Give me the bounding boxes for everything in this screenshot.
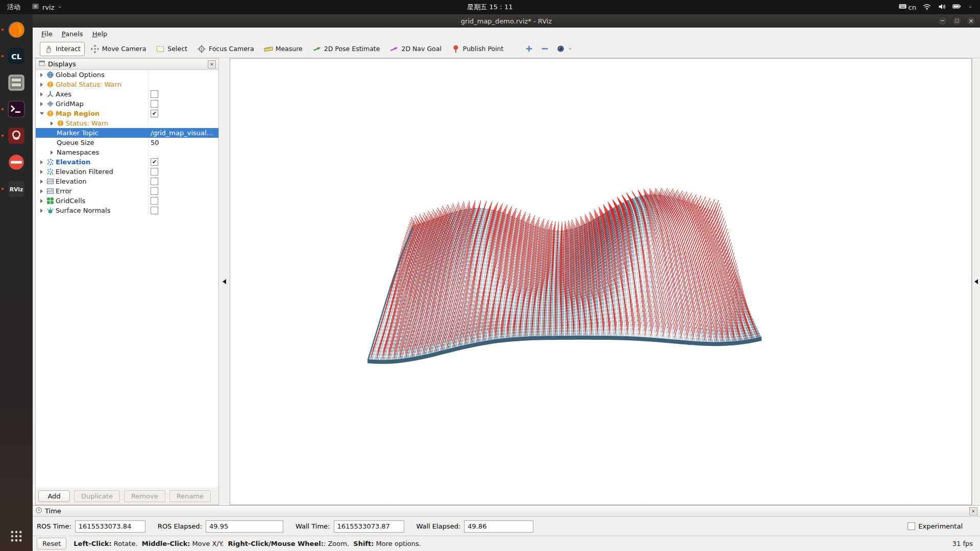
app-menu-button[interactable]: R rviz	[32, 3, 62, 12]
displays-panel-close-button[interactable]	[208, 60, 216, 68]
displays-panel-icon	[38, 60, 45, 68]
system-tray[interactable]: cn	[899, 2, 973, 12]
minimize-button[interactable]	[938, 16, 947, 26]
tool-focus-camera[interactable]: Focus Camera	[193, 42, 258, 56]
display-enabled-checkbox[interactable]	[151, 207, 158, 214]
keyboard-layout-indicator[interactable]: cn	[899, 3, 916, 12]
remove-button[interactable]: Remove	[124, 490, 165, 502]
dock-rviz[interactable]: RViz	[0, 176, 33, 202]
activities-button[interactable]: 活动	[7, 3, 20, 12]
experimental-checkbox[interactable]	[908, 522, 915, 530]
tree-row-map-region[interactable]: Map Region	[36, 109, 218, 118]
time-panel-close-button[interactable]	[969, 507, 977, 515]
menu-file[interactable]: File	[37, 29, 57, 39]
tree-row-global-status-warn[interactable]: Global Status: Warn	[36, 80, 218, 89]
tree-row-error[interactable]: Error	[36, 186, 218, 196]
expander-arrow[interactable]	[38, 196, 45, 206]
svg-text:CL: CL	[11, 52, 21, 61]
time-panel-header[interactable]: Time	[33, 506, 980, 517]
expander-arrow[interactable]	[38, 89, 45, 99]
dock-clion[interactable]: CL	[0, 43, 33, 69]
display-enabled-checkbox[interactable]	[151, 90, 158, 98]
expander-arrow[interactable]	[38, 206, 45, 215]
expander-arrow[interactable]	[38, 109, 45, 118]
display-enabled-checkbox[interactable]	[151, 168, 158, 176]
duplicate-button[interactable]: Duplicate	[74, 490, 120, 502]
wall-time-input[interactable]	[334, 520, 404, 533]
wifi-icon	[923, 3, 931, 12]
tool-select[interactable]: Select	[152, 42, 191, 56]
display-enabled-checkbox[interactable]	[151, 187, 158, 195]
tool-2d-pose-estimate[interactable]: 2D Pose Estimate	[308, 42, 384, 56]
display-label: Queue Size	[57, 139, 94, 146]
launcher-dock: CLRViz	[0, 14, 33, 551]
tree-row-status-warn[interactable]: Status: Warn	[36, 118, 218, 128]
remove-tool-minus-button[interactable]	[538, 42, 552, 55]
right-panel-strip[interactable]	[972, 58, 980, 505]
expander-arrow[interactable]	[38, 167, 45, 177]
tree-row-queue-size[interactable]: Queue Size50	[36, 138, 218, 147]
expander-arrow[interactable]	[38, 80, 45, 89]
displays-panel-header[interactable]: Displays	[36, 59, 218, 70]
rviz-mini-icon: R	[32, 3, 39, 10]
app-grid-button[interactable]	[10, 530, 23, 545]
menu-help[interactable]: Help	[88, 29, 112, 39]
tool-move-camera[interactable]: Move Camera	[86, 42, 151, 56]
expander-arrow[interactable]	[38, 70, 45, 80]
tool-measure[interactable]: Measure	[260, 42, 307, 56]
3d-viewport-canvas[interactable]	[230, 59, 971, 505]
display-enabled-checkbox[interactable]	[151, 197, 158, 205]
keyboard-layout-label: cn	[909, 4, 916, 11]
tool-properties-eye-button[interactable]	[554, 42, 575, 55]
expander-arrow[interactable]	[38, 157, 45, 167]
expander-arrow[interactable]	[38, 177, 45, 186]
tree-row-elevation[interactable]: Elevation	[36, 157, 218, 167]
clock[interactable]: 星期五 15：11	[467, 3, 512, 12]
add-button[interactable]: Add	[38, 490, 70, 502]
panel-splitter[interactable]	[219, 58, 230, 505]
dock-files[interactable]	[0, 69, 33, 96]
display-label: GridCells	[56, 197, 85, 205]
tree-row-namespaces[interactable]: Namespaces	[36, 147, 218, 157]
rename-button[interactable]: Rename	[169, 490, 211, 502]
expander-arrow[interactable]	[48, 147, 55, 157]
display-label: Surface Normals	[56, 207, 110, 214]
dock-firefox[interactable]	[0, 16, 33, 43]
tree-row-elevation[interactable]: Elevation	[36, 177, 218, 186]
tree-row-global-options[interactable]: Global Options	[36, 70, 218, 80]
window-titlebar[interactable]: grid_map_demo.rviz* - RViz	[33, 14, 980, 28]
display-enabled-checkbox[interactable]	[151, 158, 158, 166]
wall-elapsed-input[interactable]	[464, 520, 533, 533]
tree-row-surface-normals[interactable]: Surface Normals	[36, 206, 218, 215]
maximize-button[interactable]	[952, 16, 962, 26]
tool-2d-nav-goal[interactable]: 2D Nav Goal	[385, 42, 445, 56]
ros-elapsed-input[interactable]	[206, 520, 283, 533]
expander-arrow[interactable]	[48, 118, 55, 128]
tool-interact[interactable]: Interact	[40, 42, 85, 56]
tree-row-elevation-filtered[interactable]: Elevation Filtered	[36, 167, 218, 177]
tree-row-gridmap[interactable]: GridMap	[36, 99, 218, 109]
collapse-left-panel-arrow-icon[interactable]	[223, 279, 226, 284]
dock-red-app[interactable]	[0, 122, 33, 149]
tree-row-gridcells[interactable]: GridCells	[36, 196, 218, 206]
dock-terminal[interactable]	[0, 96, 33, 122]
menu-panels[interactable]: Panels	[57, 29, 88, 39]
tree-row-marker-topic[interactable]: Marker Topic/grid_map_visual…	[36, 128, 218, 138]
tree-row-axes[interactable]: Axes	[36, 89, 218, 99]
property-value[interactable]: /grid_map_visual…	[151, 129, 213, 137]
dock-blocked[interactable]	[0, 149, 33, 176]
measure-ruler-icon	[264, 44, 273, 54]
reset-button[interactable]: Reset	[37, 538, 66, 549]
tool-publish-point[interactable]: Publish Point	[447, 42, 508, 56]
display-enabled-checkbox[interactable]	[151, 178, 158, 185]
expander-arrow[interactable]	[38, 99, 45, 109]
property-value[interactable]: 50	[151, 139, 159, 146]
expand-right-panel-arrow-icon[interactable]	[974, 279, 978, 284]
expander-spacer	[48, 128, 55, 138]
close-button[interactable]	[966, 16, 976, 26]
ros-time-input[interactable]	[75, 520, 145, 533]
expander-arrow[interactable]	[38, 186, 45, 196]
display-enabled-checkbox[interactable]	[151, 110, 158, 117]
display-enabled-checkbox[interactable]	[151, 100, 158, 108]
add-tool-plus-button[interactable]	[522, 42, 536, 55]
